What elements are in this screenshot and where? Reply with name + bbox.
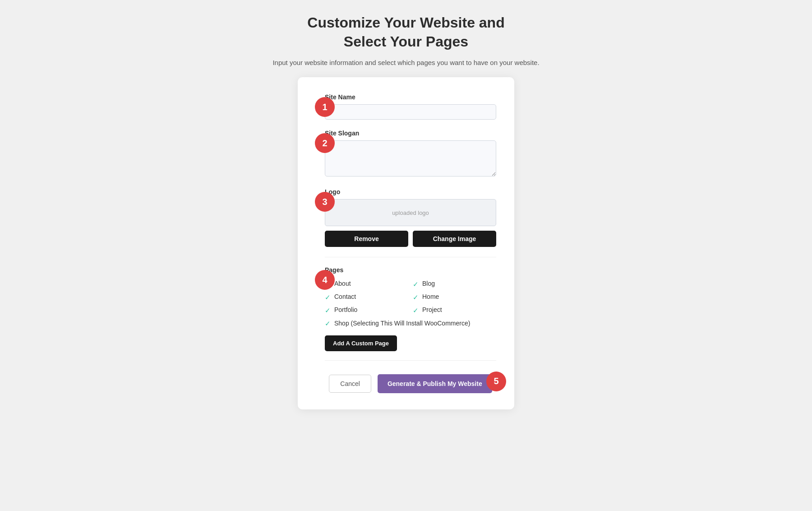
site-slogan-section: 2 Site Slogan <box>325 130 496 178</box>
logo-preview: uploaded logo <box>325 199 496 226</box>
pages-grid: ✓ About ✓ Blog ✓ Contact ✓ Home ✓ Portfo… <box>325 280 496 328</box>
logo-label: Logo <box>325 188 496 195</box>
page-name: Contact <box>334 293 356 300</box>
logo-preview-text: uploaded logo <box>392 209 429 216</box>
site-name-section: 1 Site Name <box>325 93 496 120</box>
page-name: Blog <box>422 280 435 287</box>
step-5-badge: 5 <box>486 372 506 391</box>
remove-button[interactable]: Remove <box>325 231 408 247</box>
list-item[interactable]: ✓ Shop (Selecting This Will Install WooC… <box>325 319 496 328</box>
form-footer: Cancel Generate & Publish My Website 5 <box>325 370 496 393</box>
page-subtitle: Input your website information and selec… <box>272 57 539 68</box>
check-icon: ✓ <box>413 307 419 315</box>
list-item[interactable]: ✓ About <box>325 280 408 288</box>
logo-section: 3 Logo uploaded logo Remove Change Image <box>325 188 496 247</box>
divider-footer <box>325 360 496 361</box>
form-card: 1 Site Name 2 Site Slogan 3 Logo uploade… <box>298 77 514 409</box>
step-3-badge: 3 <box>315 192 335 212</box>
site-slogan-input[interactable] <box>325 140 496 177</box>
site-slogan-label: Site Slogan <box>325 130 496 137</box>
check-icon: ✓ <box>413 280 419 288</box>
pages-label: Pages <box>325 266 496 274</box>
logo-buttons: Remove Change Image <box>325 231 496 247</box>
shop-page-name: Shop (Selecting This Will Install WooCom… <box>334 319 470 328</box>
check-icon: ✓ <box>325 320 331 328</box>
list-item[interactable]: ✓ Portfolio <box>325 306 408 315</box>
page-title: Customize Your Website and Select Your P… <box>272 14 539 51</box>
list-item[interactable]: ✓ Project <box>413 306 496 315</box>
step-1-badge: 1 <box>315 97 335 117</box>
page-name: Home <box>422 293 439 300</box>
page-name: Portfolio <box>334 306 357 313</box>
step-2-badge: 2 <box>315 133 335 153</box>
page-name: Project <box>422 306 442 313</box>
generate-publish-button[interactable]: Generate & Publish My Website <box>378 374 492 393</box>
site-name-input[interactable] <box>325 104 496 120</box>
divider <box>325 257 496 257</box>
pages-section: 4 Pages ✓ About ✓ Blog ✓ Contact ✓ Home … <box>325 266 496 351</box>
list-item[interactable]: ✓ Home <box>413 293 496 302</box>
add-custom-page-button[interactable]: Add A Custom Page <box>325 335 397 351</box>
check-icon: ✓ <box>325 293 331 302</box>
check-icon: ✓ <box>325 307 331 315</box>
change-image-button[interactable]: Change Image <box>413 231 496 247</box>
check-icon: ✓ <box>413 293 419 302</box>
page-header: Customize Your Website and Select Your P… <box>272 14 539 68</box>
step-4-badge: 4 <box>315 270 335 290</box>
cancel-button[interactable]: Cancel <box>329 375 371 393</box>
list-item[interactable]: ✓ Blog <box>413 280 496 288</box>
list-item[interactable]: ✓ Contact <box>325 293 408 302</box>
page-name: About <box>334 280 351 287</box>
site-name-label: Site Name <box>325 93 496 101</box>
